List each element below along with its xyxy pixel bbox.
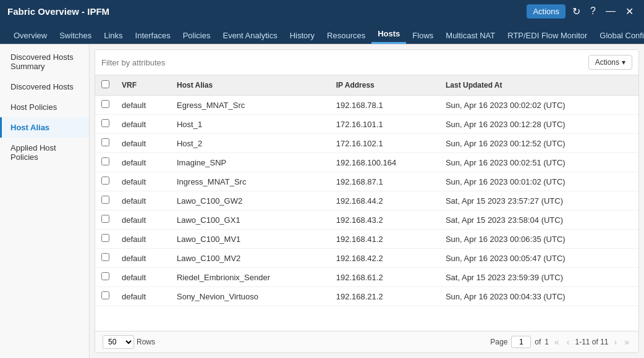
cell-updated: Sun, Apr 16 2023 00:12:28 (UTC) xyxy=(439,115,638,134)
nav-item-overview[interactable]: Overview xyxy=(7,26,53,44)
cell-updated: Sun, Apr 16 2023 00:02:02 (UTC) xyxy=(439,96,638,115)
rows-select[interactable]: 50100200 xyxy=(103,335,134,349)
cell-vrf: default xyxy=(116,153,171,172)
cell-ip: 172.16.102.1 xyxy=(330,134,439,153)
nav-item-hosts[interactable]: Hosts xyxy=(371,24,406,44)
refresh-icon: ↻ xyxy=(572,6,580,17)
actions-button[interactable]: Actions xyxy=(527,4,566,19)
cell-alias: Sony_Nevion_Virtuoso xyxy=(171,287,330,306)
col-header-host-alias: Host Alias xyxy=(171,75,330,96)
cell-vrf: default xyxy=(116,172,171,191)
rows-label: Rows xyxy=(137,338,155,346)
cell-alias: Lawo_C100_MV1 xyxy=(171,230,330,249)
cell-vrf: default xyxy=(116,115,171,134)
cell-updated: Sat, Apr 15 2023 23:59:39 (UTC) xyxy=(439,268,638,287)
cell-updated: Sun, Apr 16 2023 00:06:35 (UTC) xyxy=(439,230,638,249)
cell-ip: 192.168.41.2 xyxy=(330,230,439,249)
sidebar-item-host-policies[interactable]: Host Policies xyxy=(0,97,89,117)
cell-vrf: default xyxy=(116,230,171,249)
minimize-button[interactable]: — xyxy=(603,4,619,18)
sidebar-item-host-alias[interactable]: Host Alias xyxy=(0,117,89,138)
page-range: 1-11 of 11 xyxy=(575,338,608,346)
row-checkbox-2[interactable] xyxy=(101,138,109,146)
row-checkbox-1[interactable] xyxy=(101,119,109,127)
row-checkbox-0[interactable] xyxy=(101,100,109,108)
table-row: defaultRiedel_Embrionix_Sender192.168.61… xyxy=(95,268,638,287)
cell-updated: Sun, Apr 16 2023 00:12:52 (UTC) xyxy=(439,134,638,153)
filter-input[interactable] xyxy=(101,58,588,67)
cell-ip: 192.168.43.2 xyxy=(330,210,439,230)
cell-alias: Lawo_C100_GX1 xyxy=(171,210,330,230)
content-area: Actions ▾ VRFHost AliasIP AddressLast Up… xyxy=(95,49,639,353)
minimize-icon: — xyxy=(606,6,616,16)
row-checkbox-4[interactable] xyxy=(101,177,109,185)
cell-updated: Sun, Apr 16 2023 00:01:02 (UTC) xyxy=(439,172,638,191)
cell-alias: Host_2 xyxy=(171,134,330,153)
cell-alias: Lawo_C100_MV2 xyxy=(171,249,330,268)
sidebar-item-discovered-hosts[interactable]: Discovered Hosts xyxy=(0,77,89,97)
next-page-button[interactable]: › xyxy=(612,336,619,348)
sidebar-item-applied-host-policies[interactable]: Applied Host Policies xyxy=(0,138,89,167)
cell-vrf: default xyxy=(116,134,171,153)
last-page-button[interactable]: » xyxy=(622,336,631,348)
title-bar: Fabric Overview - IPFM Actions ↻ ? — ✕ xyxy=(0,0,644,22)
nav-item-switches[interactable]: Switches xyxy=(53,26,98,44)
table-container: VRFHost AliasIP AddressLast Updated At d… xyxy=(95,75,638,331)
cell-ip: 192.168.44.2 xyxy=(330,191,439,210)
row-checkbox-8[interactable] xyxy=(101,253,109,261)
table-row: defaultLawo_C100_MV2192.168.42.2Sun, Apr… xyxy=(95,249,638,268)
select-all-checkbox[interactable] xyxy=(101,80,109,88)
page-input[interactable] xyxy=(511,336,531,348)
row-checkbox-7[interactable] xyxy=(101,234,109,242)
page-label: Page xyxy=(490,338,507,346)
app-title: Fabric Overview - IPFM xyxy=(7,6,109,17)
row-checkbox-10[interactable] xyxy=(101,291,109,299)
cell-updated: Sun, Apr 16 2023 00:02:51 (UTC) xyxy=(439,153,638,172)
of-label: of xyxy=(535,338,541,346)
cell-updated: Sat, Apr 15 2023 23:58:04 (UTC) xyxy=(439,210,638,230)
prev-page-button[interactable]: ‹ xyxy=(565,336,572,348)
help-icon: ? xyxy=(590,6,596,16)
nav-item-policies[interactable]: Policies xyxy=(177,26,217,44)
row-checkbox-5[interactable] xyxy=(101,196,109,204)
nav-item-interfaces[interactable]: Interfaces xyxy=(129,26,177,44)
table-row: defaultLawo_C100_MV1192.168.41.2Sun, Apr… xyxy=(95,230,638,249)
filter-bar: Actions ▾ xyxy=(95,50,638,75)
cell-updated: Sun, Apr 16 2023 00:04:33 (UTC) xyxy=(439,287,638,306)
row-checkbox-9[interactable] xyxy=(101,272,109,280)
table-row: defaultImagine_SNP192.168.100.164Sun, Ap… xyxy=(95,153,638,172)
refresh-button[interactable]: ↻ xyxy=(569,4,583,19)
table-row: defaultSony_Nevion_Virtuoso192.168.21.2S… xyxy=(95,287,638,306)
nav-item-event-analytics[interactable]: Event Analytics xyxy=(216,26,283,44)
cell-vrf: default xyxy=(116,268,171,287)
nav-item-links[interactable]: Links xyxy=(98,26,129,44)
cell-alias: Lawo_C100_GW2 xyxy=(171,191,330,210)
cell-vrf: default xyxy=(116,249,171,268)
close-button[interactable]: ✕ xyxy=(622,4,637,19)
sidebar-item-discovered-hosts-summary[interactable]: Discovered Hosts Summary xyxy=(0,47,89,77)
nav-item-resources[interactable]: Resources xyxy=(321,26,371,44)
nav-item-global-config[interactable]: Global Config xyxy=(593,26,644,44)
actions-content-button[interactable]: Actions ▾ xyxy=(588,55,632,70)
nav-item-multicast-nat[interactable]: Multicast NAT xyxy=(439,26,501,44)
cell-alias: Host_1 xyxy=(171,115,330,134)
row-checkbox-3[interactable] xyxy=(101,157,109,165)
host-alias-table: VRFHost AliasIP AddressLast Updated At d… xyxy=(95,75,638,306)
nav-item-history[interactable]: History xyxy=(284,26,321,44)
cell-alias: Riedel_Embrionix_Sender xyxy=(171,268,330,287)
table-row: defaultHost_2172.16.102.1Sun, Apr 16 202… xyxy=(95,134,638,153)
row-checkbox-6[interactable] xyxy=(101,215,109,223)
cell-ip: 192.168.78.1 xyxy=(330,96,439,115)
top-nav: OverviewSwitchesLinksInterfacesPoliciesE… xyxy=(0,22,644,44)
help-button[interactable]: ? xyxy=(587,4,599,18)
cell-updated: Sun, Apr 16 2023 00:05:47 (UTC) xyxy=(439,249,638,268)
actions-content-label: Actions xyxy=(595,58,619,67)
chevron-down-icon: ▾ xyxy=(622,58,625,67)
first-page-button[interactable]: « xyxy=(553,336,561,348)
nav-item-rtp/edi-flow-monitor[interactable]: RTP/EDI Flow Monitor xyxy=(501,26,593,44)
sidebar: Discovered Hosts SummaryDiscovered Hosts… xyxy=(0,44,90,358)
col-header-last-updated-at: Last Updated At xyxy=(439,75,638,96)
nav-item-flows[interactable]: Flows xyxy=(406,26,439,44)
cell-vrf: default xyxy=(116,210,171,230)
cell-ip: 192.168.21.2 xyxy=(330,287,439,306)
